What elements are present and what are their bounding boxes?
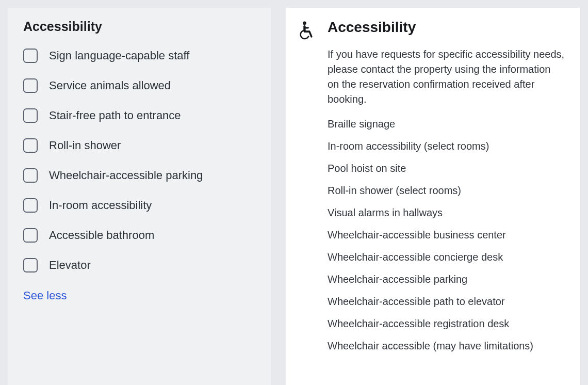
filter-label: In-room accessibility (49, 199, 152, 212)
feature-item: Wheelchair-accessible path to elevator (328, 295, 565, 309)
checkbox-icon[interactable] (23, 228, 38, 243)
filter-stair-free-path[interactable]: Stair-free path to entrance (23, 108, 255, 123)
checkbox-icon[interactable] (23, 108, 38, 123)
filter-roll-in-shower[interactable]: Roll-in shower (23, 138, 255, 153)
feature-item: Wheelchair accessible (may have limitati… (328, 339, 565, 353)
checkbox-icon[interactable] (23, 198, 38, 213)
filter-label: Stair-free path to entrance (49, 109, 181, 122)
filter-label: Roll-in shower (49, 139, 121, 152)
feature-item: Visual alarms in hallways (328, 206, 565, 220)
feature-list: Braille signage In-room accessibility (s… (328, 117, 565, 353)
info-header: Accessibility (298, 19, 565, 40)
checkbox-icon[interactable] (23, 168, 38, 183)
checkbox-icon[interactable] (23, 49, 38, 63)
filters-title: Accessibility (23, 19, 255, 34)
filter-label: Service animals allowed (49, 79, 171, 92)
filter-label: Sign language-capable staff (49, 49, 189, 62)
info-body: If you have requests for specific access… (328, 47, 565, 353)
filter-wheelchair-parking[interactable]: Wheelchair-accessible parking (23, 168, 255, 183)
svg-point-0 (303, 22, 306, 25)
feature-item: Roll-in shower (select rooms) (328, 184, 565, 198)
filter-elevator[interactable]: Elevator (23, 258, 255, 272)
feature-item: In-room accessibility (select rooms) (328, 139, 565, 153)
filter-accessible-bathroom[interactable]: Accessible bathroom (23, 228, 255, 243)
accessibility-info-panel: Accessibility If you have requests for s… (286, 8, 580, 385)
filter-label: Wheelchair-accessible parking (49, 169, 203, 182)
feature-item: Wheelchair-accessible business center (328, 228, 565, 242)
filter-sign-language-staff[interactable]: Sign language-capable staff (23, 49, 255, 63)
filter-in-room-accessibility[interactable]: In-room accessibility (23, 198, 255, 213)
checkbox-icon[interactable] (23, 138, 38, 153)
feature-item: Wheelchair-accessible parking (328, 272, 565, 286)
checkbox-icon[interactable] (23, 78, 38, 93)
wheelchair-icon (298, 21, 314, 40)
main-container: Accessibility Sign language-capable staf… (8, 8, 580, 385)
filter-label: Accessible bathroom (49, 229, 154, 242)
accessibility-filters-panel: Accessibility Sign language-capable staf… (8, 8, 271, 385)
feature-item: Braille signage (328, 117, 565, 131)
see-less-link[interactable]: See less (23, 289, 67, 302)
info-description: If you have requests for specific access… (328, 47, 565, 107)
filter-list: Sign language-capable staff Service anim… (23, 49, 255, 272)
feature-item: Wheelchair-accessible registration desk (328, 317, 565, 331)
filter-label: Elevator (49, 259, 91, 272)
filter-service-animals[interactable]: Service animals allowed (23, 78, 255, 93)
checkbox-icon[interactable] (23, 258, 38, 272)
feature-item: Pool hoist on site (328, 162, 565, 175)
info-title: Accessibility (328, 19, 416, 36)
feature-item: Wheelchair-accessible concierge desk (328, 250, 565, 264)
